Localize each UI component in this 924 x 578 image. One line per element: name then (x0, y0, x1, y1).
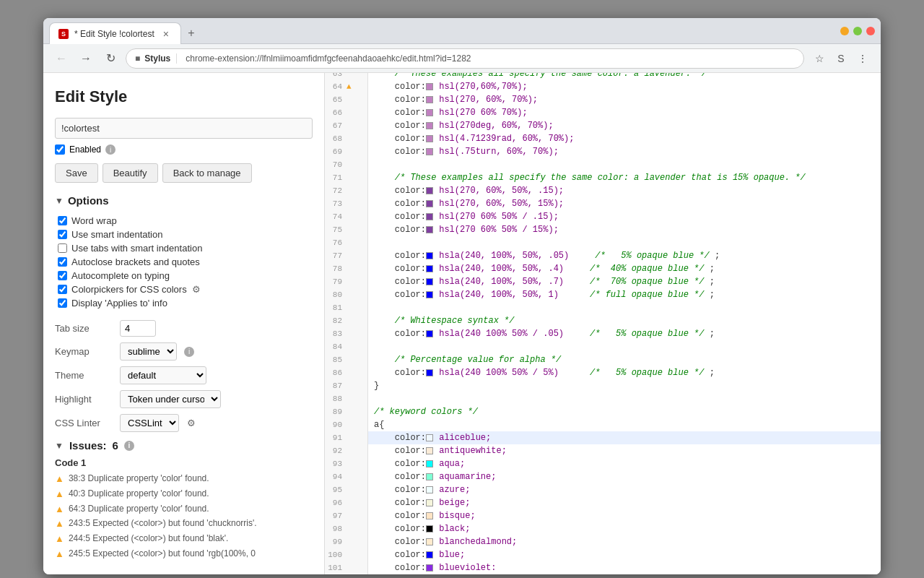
code-line[interactable]: 69 color: hsl(.75turn, 60%, 70%); (325, 145, 881, 158)
code-line[interactable]: 68 color: hsl(4.71239rad, 60%, 70%); (325, 132, 881, 145)
forward-button[interactable]: → (77, 49, 95, 68)
menu-button[interactable]: ⋮ (853, 49, 872, 68)
color-swatch[interactable] (426, 96, 433, 103)
color-swatch[interactable] (426, 265, 433, 272)
code-line[interactable]: 85 /* Percentage value for alpha */ (325, 353, 881, 366)
code-line[interactable]: 91 color: aliceblue; (325, 431, 881, 444)
code-line[interactable]: 63 /* These examples all specify the sam… (325, 73, 881, 80)
maximize-button[interactable] (853, 27, 862, 35)
colorpickers-settings-icon[interactable]: ⚙ (191, 285, 201, 295)
keymap-select[interactable]: sublime vim emacs default (120, 342, 177, 361)
code-line[interactable]: 80 color: hsla(240, 100%, 50%, 1) /* ful… (325, 288, 881, 301)
code-line[interactable]: 78 color: hsla(240, 100%, 50%, .4) /* 40… (325, 262, 881, 275)
color-swatch[interactable] (426, 291, 433, 298)
color-swatch[interactable] (426, 525, 433, 532)
code-line[interactable]: 77 color: hsla(240, 100%, 50%, .05) /* 5… (325, 249, 881, 262)
color-swatch[interactable] (426, 213, 433, 220)
code-line[interactable]: 70 (325, 158, 881, 171)
color-swatch[interactable] (426, 83, 433, 90)
color-swatch[interactable] (426, 473, 433, 480)
style-name-input[interactable] (55, 118, 313, 139)
code-line[interactable]: 99 color: blanchedalmond; (325, 535, 881, 548)
code-line[interactable]: 64▲ color: hsl(270,60%,70%); (325, 80, 881, 93)
code-line[interactable]: 76 (325, 236, 881, 249)
autoclose-checkbox[interactable] (58, 257, 67, 267)
code-line[interactable]: 67 color: hsl(270deg, 60%, 70%); (325, 119, 881, 132)
beautify-button[interactable]: Beautify (103, 163, 158, 183)
code-line[interactable]: 93 color: aqua; (325, 457, 881, 470)
autocomplete-checkbox[interactable] (58, 271, 67, 280)
theme-select[interactable]: default monokai (120, 366, 206, 384)
bookmark-button[interactable]: ☆ (810, 49, 829, 68)
color-swatch[interactable] (426, 564, 433, 571)
code-line[interactable]: 86 color: hsla(240 100% 50% / 5%) /* 5% … (325, 366, 881, 379)
save-button[interactable]: Save (55, 163, 98, 183)
color-swatch[interactable] (426, 538, 433, 545)
code-line[interactable]: 88 (325, 392, 881, 405)
css-linter-select[interactable]: CSSLint (120, 414, 179, 432)
browser-tab[interactable]: S * Edit Style !colortest × (49, 22, 181, 44)
color-swatch[interactable] (426, 499, 433, 506)
code-line[interactable]: 79 color: hsla(240, 100%, 50%, .7) /* 70… (325, 275, 881, 288)
color-swatch[interactable] (426, 278, 433, 285)
color-swatch[interactable] (426, 122, 433, 129)
code-line[interactable]: 90 a{ (325, 418, 881, 431)
code-line[interactable]: 83 color: hsla(240 100% 50% / .05) /* 5%… (325, 327, 881, 340)
code-line[interactable]: 98 color: black; (325, 522, 881, 535)
enabled-checkbox[interactable] (55, 144, 65, 155)
color-swatch[interactable] (426, 148, 433, 155)
minimize-button[interactable] (840, 27, 849, 35)
code-line[interactable]: 84 (325, 340, 881, 353)
color-swatch[interactable] (426, 369, 433, 376)
code-line[interactable]: 96 color: beige; (325, 496, 881, 509)
use-tabs-checkbox[interactable] (58, 243, 67, 253)
keymap-info-icon[interactable]: i (184, 347, 194, 357)
color-swatch[interactable] (426, 226, 433, 233)
applies-to-checkbox[interactable] (58, 298, 67, 308)
reload-button[interactable]: ↻ (101, 49, 120, 68)
code-editor[interactable]: 53 color: rgba(51, 170, 51, 0) /* fully … (325, 73, 881, 574)
color-swatch[interactable] (426, 434, 433, 441)
code-line[interactable]: 73 color: hsl(270, 60%, 50%, 15%); (325, 197, 881, 210)
code-line[interactable]: 89 /* keyword colors */ (325, 405, 881, 418)
code-line[interactable]: 94 color: aquamarine; (325, 470, 881, 483)
stylus-icon-button[interactable]: S (832, 49, 850, 68)
code-line[interactable]: 72 color: hsl(270, 60%, 50%, .15); (325, 184, 881, 197)
color-swatch[interactable] (426, 512, 433, 519)
code-line[interactable]: 82 /* Whitespace syntax */ (325, 314, 881, 327)
back-to-manage-button[interactable]: Back to manage (162, 163, 252, 183)
color-swatch[interactable] (426, 551, 433, 558)
code-line[interactable]: 101 color: blueviolet: (325, 561, 881, 574)
info-icon[interactable]: i (105, 144, 116, 155)
issues-info-icon[interactable]: i (124, 441, 134, 451)
close-button[interactable] (866, 27, 875, 35)
code-line[interactable]: 87 } (325, 379, 881, 392)
highlight-select[interactable]: Token under cursor (120, 390, 221, 408)
word-wrap-checkbox[interactable] (58, 216, 67, 225)
tab-size-input[interactable] (120, 320, 156, 337)
code-line[interactable]: 95 color: azure; (325, 483, 881, 496)
code-line[interactable]: 92 color: antiquewhite; (325, 444, 881, 457)
address-bar[interactable]: ■ Stylus chrome-extension://lfnlmiimoamf… (126, 48, 804, 69)
code-line[interactable]: 100 color: blue; (325, 548, 881, 561)
code-line[interactable]: 81 (325, 301, 881, 314)
color-swatch[interactable] (426, 486, 433, 493)
color-swatch[interactable] (426, 187, 433, 194)
color-swatch[interactable] (426, 135, 433, 142)
new-tab-button[interactable]: + (181, 23, 201, 43)
code-line[interactable]: 97 color: bisque; (325, 509, 881, 522)
color-swatch[interactable] (426, 109, 433, 116)
tab-close-button[interactable]: × (160, 27, 172, 40)
color-swatch[interactable] (426, 460, 433, 467)
code-line[interactable]: 66 color: hsl(270 60% 70%); (325, 106, 881, 119)
code-line[interactable]: 75 color: hsl(270 60% 50% / 15%); (325, 223, 881, 236)
colorpickers-checkbox[interactable] (58, 285, 67, 294)
css-linter-settings-icon[interactable]: ⚙ (186, 418, 196, 428)
back-button[interactable]: ← (52, 49, 71, 68)
color-swatch[interactable] (426, 200, 433, 207)
color-swatch[interactable] (426, 252, 433, 259)
code-line[interactable]: 71 /* These examples all specify the sam… (325, 171, 881, 184)
code-line[interactable]: 65 color: hsl(270, 60%, 70%); (325, 93, 881, 106)
options-section-header[interactable]: ▼ Options (55, 194, 313, 207)
color-swatch[interactable] (426, 447, 433, 454)
